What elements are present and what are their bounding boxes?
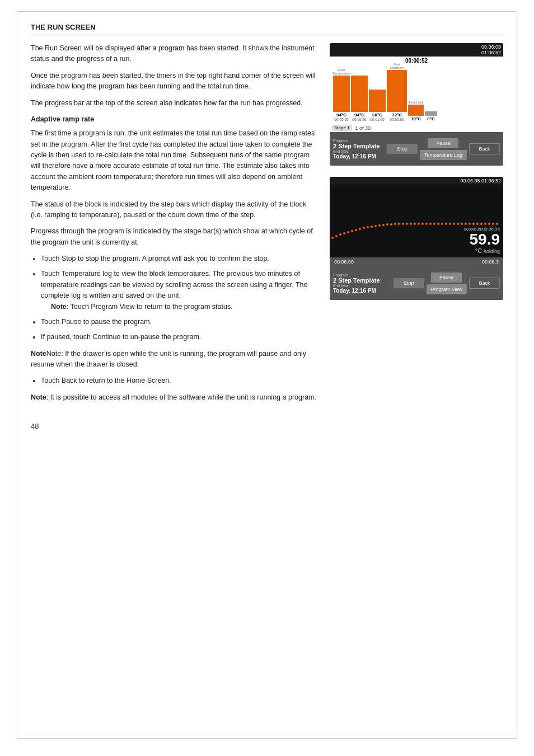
program-info-2: Program 2 Step Template End time Today, … [333, 273, 391, 294]
svg-point-17 [398, 223, 400, 225]
svg-point-2 [339, 233, 341, 236]
bullet-pause: Touch Pause to pause the program. [41, 317, 318, 327]
bar-final-hold: Final Hold 10°C [408, 101, 424, 121]
svg-point-42 [496, 223, 498, 225]
stop-button-1[interactable]: Stop [387, 144, 418, 154]
svg-point-4 [347, 231, 349, 233]
svg-point-39 [484, 223, 486, 225]
program-label-1: Program [333, 139, 385, 143]
temperature-log-button[interactable]: Temperature Log [420, 150, 467, 160]
times-display-1: 00:06:09 01:06:52 [481, 44, 501, 55]
program-name-1: 2 Step Template [333, 143, 385, 149]
timeline-right: 00:06:3 [482, 259, 499, 265]
intro-para: The Run Screen will be displayed after a… [31, 43, 318, 65]
stop-button-2[interactable]: Stop [394, 278, 424, 288]
para1: Once the program has been started, the t… [31, 71, 318, 92]
svg-point-25 [429, 223, 432, 225]
svg-point-8 [363, 227, 365, 229]
svg-point-28 [441, 223, 443, 225]
bars-row: Initial Denaturation 94°C 00:05:00 94°C … [332, 59, 501, 121]
svg-point-38 [480, 223, 483, 225]
svg-point-12 [378, 224, 381, 227]
page-number: 48 [31, 422, 503, 430]
templog-screen: 00:06:35 01:06:52 [330, 177, 503, 300]
end-time-2: Today, 12:16 PM [333, 288, 391, 294]
bar-3: 60°C 00:01:00 [369, 89, 386, 121]
svg-point-31 [453, 223, 455, 225]
svg-point-9 [367, 226, 369, 228]
stage-tag: Stage 1 [332, 125, 352, 131]
svg-point-22 [418, 223, 420, 225]
end-time-1: Today, 12:16 PM [333, 153, 385, 159]
program-info-1: Program 2 Step Template End time Today, … [333, 139, 385, 159]
svg-point-29 [445, 223, 447, 225]
step-info: 1 of 30 [355, 125, 371, 131]
note-access: Note: It is possible to access all modul… [31, 392, 318, 403]
svg-point-23 [421, 223, 424, 225]
para3: The status of the block is indicated by … [31, 199, 318, 221]
elapsed-time-2: 00:06:35 [460, 178, 480, 184]
svg-point-35 [469, 223, 471, 225]
ctrl-col-back-2: Back [469, 278, 500, 289]
svg-point-15 [390, 223, 392, 226]
bullet-back-list: Touch Back to return to the Home Screen. [41, 375, 318, 386]
program-label-2: Program [333, 273, 391, 277]
svg-point-41 [492, 223, 494, 225]
svg-point-40 [488, 223, 490, 225]
svg-point-5 [351, 230, 353, 232]
svg-point-26 [433, 223, 435, 225]
svg-point-21 [414, 223, 416, 225]
para4: Progress through the program is indicate… [31, 226, 318, 248]
page-container: THE RUN SCREEN The Run Screen will be di… [17, 11, 517, 739]
text-column: The Run Screen will be displayed after a… [31, 43, 318, 408]
ctrl-col-left-1: Stop [387, 144, 418, 154]
svg-point-36 [472, 223, 475, 225]
run-screen-1: 00:06:09 01:06:52 00:00:52 Initial Denat… [330, 43, 503, 166]
elapsed-time-1: 00:06:09 [481, 44, 501, 50]
svg-point-30 [449, 223, 451, 225]
svg-point-20 [410, 223, 412, 225]
content-wrapper: The Run Screen will be displayed after a… [31, 43, 503, 408]
templog-chart: 00:06:35/00:06:35 59.9 °C holding [330, 185, 503, 257]
program-view-button[interactable]: Program View [427, 284, 467, 294]
chart-area-1: 00:00:52 Initial Denaturation 94°C 00:05… [330, 57, 503, 124]
svg-point-13 [382, 224, 385, 226]
svg-point-14 [386, 223, 388, 226]
bullet-templog: Touch Temperature log to view the block … [41, 269, 318, 312]
pause-button-1[interactable]: Pause [428, 138, 458, 148]
svg-point-3 [343, 232, 345, 234]
times-display-2: 00:06:35 01:06:52 [460, 178, 501, 184]
temp-reading-overlay: 00:06:35/00:06:35 59.9 °C holding [463, 227, 500, 254]
svg-point-24 [425, 223, 428, 225]
section-title: THE RUN SCREEN [31, 23, 503, 35]
back-button-2[interactable]: Back [469, 278, 500, 289]
timeline-left: 00:06:00 [334, 259, 354, 265]
right-column: 00:06:09 01:06:52 00:00:52 Initial Denat… [330, 43, 503, 408]
svg-point-27 [437, 223, 439, 225]
bar-initial-denat: Initial Denaturation 94°C 00:05:00 [333, 68, 350, 121]
ctrl-col-right-2: Pause Program View [427, 273, 467, 294]
svg-point-1 [335, 235, 338, 237]
bottom-controls-2: Program 2 Step Template End time Today, … [330, 266, 503, 300]
templog-top-bar: 00:06:35 01:06:52 [330, 177, 503, 185]
templog-timeline: 00:06:00 00:06:3 [330, 257, 503, 266]
temp-status: holding [484, 248, 500, 254]
pause-button-2[interactable]: Pause [431, 273, 462, 283]
ctrl-col-right-1: Pause Temperature Log [420, 138, 467, 160]
svg-point-16 [394, 223, 396, 225]
temp-value: 59.9 [470, 231, 500, 248]
svg-point-18 [402, 223, 404, 225]
bar-final-ext: Final Extension 72°C 00:05:00 [387, 63, 407, 121]
svg-point-0 [331, 237, 334, 239]
svg-point-33 [461, 223, 463, 225]
note-templog: Note: Touch Program View to return to th… [51, 302, 318, 312]
back-button-1[interactable]: Back [469, 143, 500, 154]
svg-point-37 [476, 223, 479, 225]
svg-point-32 [457, 223, 459, 225]
note-drawer: NoteNote: If the drawer is open while th… [31, 349, 318, 370]
end-label-2: End time [333, 284, 391, 288]
ctrl-col-back-1: Back [469, 143, 500, 154]
total-time-1: 01:06:52 [481, 50, 501, 55]
adaptive-para: The first time a program is run, the uni… [31, 128, 318, 193]
stage-row-1: Stage 1 1 of 30 [330, 124, 503, 132]
